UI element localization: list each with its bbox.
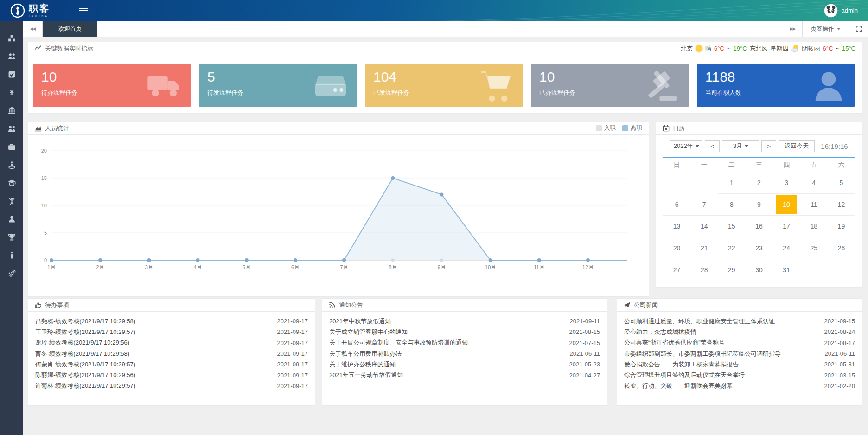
- svg-text:11月: 11月: [534, 264, 544, 270]
- sidebar-item-users[interactable]: [0, 47, 23, 65]
- sidebar-item-activity[interactable]: [0, 192, 23, 210]
- sidebar-item-salary[interactable]: ¥: [0, 83, 23, 102]
- calendar-day-cell[interactable]: 16: [745, 216, 772, 237]
- staff-statistics-panel: 人员统计 入职 离职 051015201月2月3月4月5月6月7月8月9月10月…: [28, 122, 649, 297]
- calendar-day-cell[interactable]: 13: [663, 216, 690, 237]
- calendar-day-cell[interactable]: 22: [718, 237, 745, 259]
- sidebar-item-bank[interactable]: [0, 102, 23, 120]
- calendar-day-cell[interactable]: 18: [800, 216, 828, 237]
- calendar-day-cell[interactable]: 20: [663, 237, 690, 259]
- sidebar-item-info[interactable]: [0, 246, 23, 264]
- calendar-day-cell[interactable]: 23: [745, 237, 772, 259]
- todo-item[interactable]: 陈丽娜-绩效考核(2021/9/17 10:29:56) 2021-09-17: [35, 370, 308, 380]
- chart-point: [147, 258, 151, 262]
- sidebar-toggle-button[interactable]: [79, 8, 88, 13]
- thumbs-up-icon: [35, 301, 42, 308]
- news-item[interactable]: 爱心助力，众志成城抗疫情 2021-08-24: [624, 326, 855, 337]
- item-date: 2021-06-11: [569, 350, 600, 357]
- tilde: ~: [727, 45, 731, 52]
- fullscreen-button[interactable]: [849, 21, 868, 37]
- sidebar-item-profile[interactable]: [0, 210, 23, 228]
- sidebar-item-training[interactable]: [0, 174, 23, 192]
- calendar-day-cell[interactable]: 2: [745, 172, 772, 194]
- notice-item[interactable]: 2021年五一劳动节放假通知 2021-04-27: [329, 370, 600, 380]
- calendar-day-cell[interactable]: 10: [773, 194, 800, 216]
- calendar-day-cell[interactable]: 6: [663, 194, 690, 216]
- calendar-day-cell[interactable]: 14: [690, 216, 718, 237]
- calendar-day-cell[interactable]: 31: [773, 259, 800, 281]
- notice-item[interactable]: 关于成立销管客服中心的通知 2021-08-15: [329, 326, 600, 337]
- sidebar-item-settings[interactable]: [0, 264, 23, 282]
- tab-welcome-home[interactable]: 欢迎首页: [43, 21, 97, 37]
- svg-text:15: 15: [41, 175, 47, 181]
- todo-item[interactable]: 吕尧栋-绩效考核(2021/9/17 10:29:58) 2021-09-17: [35, 316, 308, 326]
- month-select[interactable]: 3月: [722, 140, 759, 152]
- legend-item-hired[interactable]: 入职: [596, 124, 616, 132]
- weather-condition-1: 晴: [705, 45, 711, 53]
- sidebar-item-performance[interactable]: [0, 228, 23, 246]
- calendar-day-cell[interactable]: 28: [690, 259, 718, 281]
- todo-item[interactable]: 何蒙肖-绩效考核(2021/9/17 10:29:57) 2021-09-17: [35, 359, 308, 370]
- calendar-day-cell[interactable]: 5: [828, 172, 855, 194]
- calendar-day-cell[interactable]: 3: [773, 172, 800, 194]
- calendar-day-cell[interactable]: 26: [828, 237, 855, 259]
- sidebar-item-street-view[interactable]: [0, 156, 23, 174]
- notice-item[interactable]: 2021年中秋节放假通知 2021-09-11: [329, 316, 600, 326]
- calendar-day-cell[interactable]: 17: [773, 216, 800, 237]
- todo-item[interactable]: 王卫玲-绩效考核(2021/9/17 10:29:57) 2021-09-17: [35, 326, 308, 337]
- notice-item[interactable]: 关于开展公司规章制度、安全与事故预防培训的通知 2021-07-15: [329, 338, 600, 348]
- item-date: 2021-08-17: [824, 339, 855, 346]
- chart-point: [391, 176, 395, 180]
- sidebar-item-staff[interactable]: [0, 120, 23, 138]
- stat-card-sent-tasks[interactable]: 104 已发流程任务: [365, 64, 523, 107]
- legend-item-left[interactable]: 离职: [622, 124, 642, 132]
- line-chart-icon: [35, 45, 42, 52]
- calendar-day-cell[interactable]: 24: [773, 237, 800, 259]
- calendar-day-cell[interactable]: 11: [800, 194, 828, 216]
- next-month-button[interactable]: >: [761, 140, 776, 152]
- news-item[interactable]: 爱心捐款公告——为装卸工杨家青募捐报告 2021-05-31: [624, 359, 855, 370]
- calendar-day-cell[interactable]: 30: [745, 259, 772, 281]
- calendar-day-cell[interactable]: 25: [800, 237, 828, 259]
- legend-swatch: [622, 125, 628, 131]
- calendar-day-cell[interactable]: 9: [745, 194, 772, 216]
- sidebar-item-cubes[interactable]: [0, 29, 23, 47]
- back-to-today-button[interactable]: 返回今天: [779, 140, 815, 152]
- stat-card-employees[interactable]: 1188 当前在职人数: [697, 64, 855, 107]
- stat-card-pending-tasks[interactable]: 10 待办流程任务: [33, 64, 191, 107]
- calendar-day-cell[interactable]: 12: [828, 194, 855, 216]
- calendar-day-cell[interactable]: 27: [663, 259, 690, 281]
- calendar-day-cell[interactable]: 19: [828, 216, 855, 237]
- tab-operations-dropdown[interactable]: 页签操作: [802, 21, 849, 37]
- news-item[interactable]: 公司顺利通过质量、环境、职业健康安全管理三体系认证 2021-09-15: [624, 316, 855, 326]
- sidebar-item-tasks[interactable]: [0, 65, 23, 83]
- calendar-day-cell[interactable]: 29: [718, 259, 745, 281]
- calendar-day-cell[interactable]: 4: [800, 172, 828, 194]
- info-icon: [8, 251, 16, 259]
- prev-month-button[interactable]: <: [705, 140, 720, 152]
- stat-card-to-send-tasks[interactable]: 5 待发流程任务: [199, 64, 357, 107]
- item-text: 市委组织部副部长、市委两新工委项书记莅临公司调研指导: [624, 350, 786, 358]
- calendar-day-cell[interactable]: 15: [718, 216, 745, 237]
- tabs-scroll-left-button[interactable]: ◀◀: [23, 21, 43, 37]
- calendar-day-cell[interactable]: 8: [718, 194, 745, 216]
- news-item[interactable]: 公司喜获“浙江省优秀供应商”荣誉称号 2021-08-17: [624, 338, 855, 348]
- notice-item[interactable]: 关于维护办公秩序的通知 2021-05-23: [329, 359, 600, 370]
- todo-item[interactable]: 谢珍-绩效考核(2021/9/17 10:29:56) 2021-09-17: [35, 338, 308, 348]
- news-item[interactable]: 转变、行动、突破——迎新晚会完美谢幕 2021-02-20: [624, 381, 855, 391]
- stat-card-done-tasks[interactable]: 10 已办流程任务: [531, 64, 689, 107]
- todo-item[interactable]: 曹冬-绩效考核(2021/9/17 10:29:58) 2021-09-17: [35, 348, 308, 359]
- sidebar-item-briefcase[interactable]: [0, 138, 23, 156]
- user-menu[interactable]: admin: [824, 4, 858, 18]
- calendar-day-cell[interactable]: 21: [690, 237, 718, 259]
- notice-item[interactable]: 关于私车公用费用补贴办法 2021-06-11: [329, 348, 600, 359]
- todo-item[interactable]: 许菊林-绩效考核(2021/9/17 10:29:57) 2021-09-17: [35, 381, 308, 391]
- tabs-scroll-right-button[interactable]: ▶▶: [783, 21, 802, 37]
- news-item[interactable]: 综合管理提升项目签约及启动仪式在天台举行 2021-03-15: [624, 370, 855, 380]
- item-text: 爱心助力，众志成城抗疫情: [624, 328, 702, 336]
- weather-weekday: 星期四: [771, 45, 789, 53]
- year-select[interactable]: 2022年: [670, 140, 702, 152]
- calendar-day-cell[interactable]: 7: [690, 194, 718, 216]
- news-item[interactable]: 市委组织部副部长、市委两新工委项书记莅临公司调研指导 2021-06-11: [624, 348, 855, 359]
- calendar-day-cell[interactable]: 1: [718, 172, 745, 194]
